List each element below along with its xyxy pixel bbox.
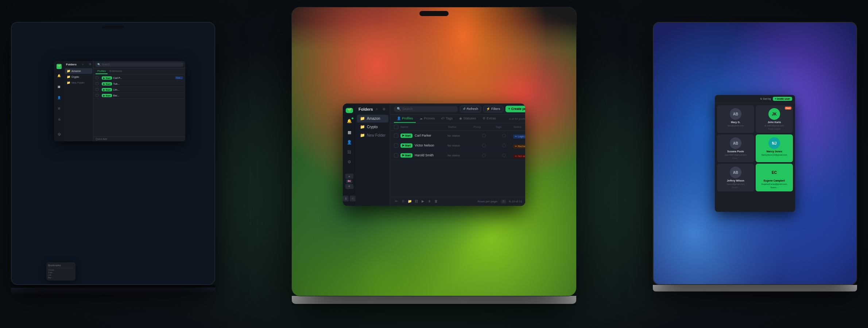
left-start-btn-3[interactable]: ▶ Start [102, 88, 112, 91]
left-user-icon[interactable]: 👤 [55, 94, 63, 102]
center-base-shadow [292, 304, 576, 305]
create-profile-btn[interactable]: + Create profile [505, 106, 525, 112]
user-card-john[interactable]: New! JK John Karlo jk-1987@gmail.com Tea… [756, 105, 793, 133]
row2-check[interactable] [394, 143, 398, 148]
row3-start-btn[interactable]: ▶ Start [400, 153, 412, 157]
user-card-susana[interactable]: AB Susana Poole opei-8687@gmail.com Unro… [717, 134, 754, 162]
copy-icon[interactable]: ⎘ [350, 195, 356, 201]
row3-proxy [473, 153, 495, 157]
user-role-john: Team Leader [768, 128, 780, 130]
row1-start-btn[interactable]: ▶ Start [400, 133, 412, 138]
user-card-mary[interactable]: AB Mary G. larry@gmail.com [717, 105, 754, 133]
left-bm-3[interactable]: Lift... [48, 274, 74, 276]
camera-notch [419, 11, 449, 16]
left-tab-extensions[interactable]: Extensions [108, 69, 124, 74]
left-tab-profiles[interactable]: Profiles [96, 69, 108, 74]
folder-amazon[interactable]: 📁 Amazon [357, 115, 388, 122]
user-avatar-jeffrey: AB [730, 167, 741, 178]
search-placeholder: Search [402, 107, 413, 111]
row3-note[interactable]: ✏ Not working... [513, 154, 525, 158]
folder-new[interactable]: 📁 New Folder [357, 131, 388, 139]
trash-icon[interactable]: 🗑 [343, 195, 349, 201]
scroll-down-btn[interactable]: ▼ [345, 184, 353, 189]
th-proxy: Proxy [473, 125, 495, 129]
bottom-folder-icon[interactable]: 📁 [407, 199, 412, 204]
bottom-pause-icon[interactable]: ⏸ [427, 199, 432, 204]
tab-tags[interactable]: 🏷 Tags [438, 115, 456, 123]
profile-count: 3 of 50 profiles used [509, 117, 525, 121]
left-table: ▶ Start Carl P... Coo... ▶ Start Tub... [93, 75, 185, 136]
notif-dot [352, 117, 353, 119]
bottom-edit-icon[interactable]: ✏ [394, 199, 399, 204]
proxies-icon: ☁ [419, 117, 423, 120]
left-quick-add[interactable]: Quick Add [96, 138, 107, 140]
right-wallpaper: ⇅ Sort by + Invite user AB Mary G. [654, 23, 856, 284]
sort-btn[interactable]: ⇅ Sort by [760, 98, 771, 100]
header-check[interactable] [394, 125, 398, 129]
left-row4-check[interactable] [96, 94, 98, 97]
left-search-box[interactable]: 🔍 Search [96, 62, 183, 67]
filter-icon: ⚡ [486, 107, 490, 111]
left-row3-check[interactable] [96, 88, 98, 91]
left-grid-icon[interactable]: ▦ [55, 83, 63, 91]
user-role-susana: Unro... [732, 157, 739, 159]
lang-btn[interactable]: 🇬🇧 [346, 179, 352, 183]
left-row2-check[interactable] [96, 82, 98, 85]
left-bm-1[interactable]: Coind... [48, 269, 74, 271]
center-sidebar: 🌱 🔔 ▦ 👤 ⛓ ⚙ ▲ 🇬🇧 [343, 103, 356, 206]
left-settings-folder-icon[interactable]: ⚙ [89, 63, 91, 66]
left-start-btn-4[interactable]: ▶ Start [102, 94, 112, 97]
left-folder-crypto[interactable]: 📁 Crypto [65, 74, 92, 80]
table-row-3: ▶ Start Harold Smith No status [390, 150, 525, 160]
user-icon[interactable]: 👤 [345, 140, 353, 145]
bottom-link-icon[interactable]: ⛓ [414, 199, 419, 204]
tab-profiles[interactable]: 👤 Profiles [394, 115, 416, 123]
row2-start-btn[interactable]: ▶ Start [400, 143, 412, 148]
left-folder-new[interactable]: 📁 New Folder [65, 80, 92, 85]
row1-note[interactable]: ✏ Login and d... [513, 134, 525, 138]
left-link-icon[interactable]: ⛓ [55, 105, 63, 113]
row2-note[interactable]: ✏ Recheck pr... [513, 144, 525, 148]
left-start-btn-2[interactable]: ▶ Start [102, 82, 112, 85]
user-card-jeffrey[interactable]: AB Jeffrey Wilson fazox@gmail.com Scrito… [717, 164, 754, 191]
new-badge-john: New! [785, 107, 791, 110]
tab-extras[interactable]: ⚙ Extras [480, 115, 499, 123]
link-icon[interactable]: ⛓ [345, 149, 353, 155]
settings-folder-btn[interactable]: ⚙ [381, 106, 387, 112]
bottom-copy-icon[interactable]: ⎘ [400, 199, 406, 204]
left-power-icon[interactable]: ⏻ [55, 130, 63, 138]
grid-icon[interactable]: ▦ [345, 130, 353, 135]
invite-btn[interactable]: + Invite user [773, 97, 792, 101]
refresh-btn[interactable]: ↺ Refresh [460, 106, 481, 112]
left-row1-check[interactable] [96, 76, 98, 79]
tab-statuses[interactable]: ◉ Statuses [456, 115, 479, 123]
folder-new-icon: 📁 [360, 133, 365, 138]
user-card-nancy[interactable]: NJ Nancy Jones NancyNova12@gmail.com [756, 134, 793, 162]
left-folder-amazon-name: Amazon [71, 70, 81, 72]
bottom-play-icon[interactable]: ▶ [420, 199, 425, 204]
user-card-eugene[interactable]: EC Eugene Campbell EugenoCamp@gmail.com … [756, 164, 793, 191]
add-folder-btn[interactable]: + [374, 106, 380, 112]
center-app-window: 🌱 🔔 ▦ 👤 ⛓ ⚙ ▲ 🇬🇧 [343, 103, 525, 206]
filters-btn[interactable]: ⚡ Filters [483, 106, 503, 112]
left-bell-icon[interactable]: 🔔 [55, 72, 63, 80]
left-folder-amazon[interactable]: 📁 Amazon [65, 68, 92, 74]
row1-check[interactable] [394, 133, 398, 138]
bottom-trash-icon[interactable]: 🗑 [433, 199, 438, 204]
settings-icon[interactable]: ⚙ [345, 159, 353, 165]
scroll-up-btn[interactable]: ▲ [345, 173, 353, 179]
th-tags: Tags [495, 125, 514, 129]
left-bm-4[interactable]: Bar... [48, 276, 74, 279]
left-bm-2[interactable]: Tubi... [48, 271, 74, 274]
folders-title: Folders [359, 107, 373, 111]
user-email-eugene: EugenoCamp@gmail.com [762, 183, 787, 185]
row1-proxy [473, 134, 495, 137]
row3-check[interactable] [394, 153, 398, 157]
left-add-folder-icon[interactable]: + [82, 63, 84, 66]
search-box[interactable]: 🔍 Search [394, 106, 457, 112]
left-settings-icon[interactable]: ⚙ [55, 116, 63, 124]
tab-proxies[interactable]: ☁ Proxies [416, 115, 438, 123]
folder-crypto[interactable]: 📁 Crypto [357, 123, 388, 131]
left-start-btn-1[interactable]: ▶ Start [102, 76, 112, 80]
rows-count[interactable]: 5 [501, 199, 506, 203]
